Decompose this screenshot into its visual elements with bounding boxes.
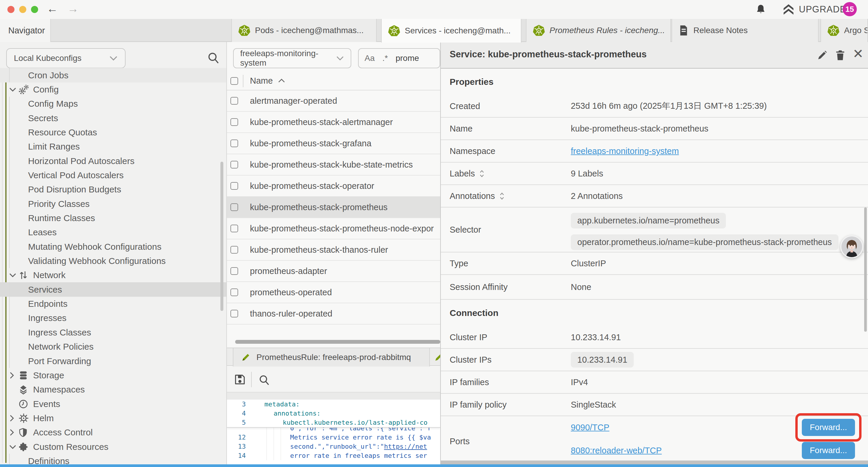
chevron-down-icon[interactable] <box>9 444 17 450</box>
back-arrow-icon[interactable]: ← <box>47 2 58 15</box>
chevron-down-icon[interactable] <box>9 272 17 278</box>
detail-value: ClusterIP <box>571 259 606 268</box>
sidebar-item-helm[interactable]: Helm <box>0 411 226 425</box>
sidebar-item-mutating-webhook-configurations[interactable]: Mutating Webhook Configurations <box>0 239 226 254</box>
horizontal-scrollbar[interactable] <box>235 340 440 344</box>
table-row[interactable]: kube-prometheus-stack-operator <box>227 176 440 197</box>
tab-services-icecheng-math[interactable]: Services - icecheng@math...✕ <box>381 19 522 42</box>
window-maximize-button[interactable] <box>31 6 38 13</box>
sidebar-item-custom-resources[interactable]: Custom Resources <box>0 439 226 454</box>
yaml-editor[interactable]: 3metadata:4annotations:5kubectl.kubernet… <box>227 400 440 465</box>
port-link[interactable]: 8080:reloader-web/TCP <box>571 446 662 456</box>
row-checkbox[interactable] <box>230 97 238 105</box>
namespace-link[interactable]: freeleaps-monitoring-system <box>571 146 679 156</box>
edit-pencil-icon[interactable] <box>816 50 828 61</box>
bell-icon[interactable] <box>755 4 766 16</box>
notification-count-badge[interactable]: 15 <box>843 2 857 16</box>
regex-toggle[interactable]: .* <box>382 54 388 63</box>
sidebar-item-horizontal-pod-autoscalers[interactable]: Horizontal Pod Autoscalers <box>0 154 226 168</box>
table-row[interactable]: kube-prometheus-stack-kube-state-metrics <box>227 154 440 176</box>
sidebar-item-events[interactable]: Events <box>0 397 226 411</box>
sidebar-item-leases[interactable]: Leases <box>0 225 226 240</box>
tab-prometheus-rules-icecheng[interactable]: Prometheus Rules - icecheng... <box>526 19 671 42</box>
window-minimize-button[interactable] <box>19 6 26 13</box>
close-icon[interactable]: ✕ <box>852 46 864 61</box>
sidebar-item-config[interactable]: Config <box>0 82 226 97</box>
search-icon[interactable] <box>258 374 270 386</box>
table-row[interactable]: kube-prometheus-stack-alertmanager <box>227 112 440 133</box>
sidebar-item-services[interactable]: Services <box>0 282 226 297</box>
close-icon[interactable]: ✕ <box>521 25 522 37</box>
window-close-button[interactable] <box>7 6 14 13</box>
tab-release-notes[interactable]: Release Notes <box>672 19 819 42</box>
name-column-header[interactable]: Name <box>250 76 273 86</box>
sidebar-item-namespaces[interactable]: Namespaces <box>0 382 226 397</box>
row-checkbox[interactable] <box>230 267 238 275</box>
row-checkbox[interactable] <box>230 289 238 296</box>
sidebar-item-ingresses[interactable]: Ingresses <box>0 311 226 325</box>
sidebar-item-priority-classes[interactable]: Priority Classes <box>0 197 226 211</box>
chevron-right-icon[interactable] <box>9 414 15 422</box>
chevron-down-icon[interactable] <box>9 87 17 92</box>
upgrade-button[interactable]: UPGRADE <box>782 3 846 16</box>
sort-updown-icon[interactable] <box>498 192 505 200</box>
namespace-filter-dropdown[interactable]: freeleaps-monitoring-system <box>233 48 351 68</box>
tab-pods-icecheng-mathmas[interactable]: Pods - icecheng@mathmas... <box>231 19 377 42</box>
row-checkbox[interactable] <box>230 161 238 169</box>
sidebar-item-cron-jobs[interactable]: Cron Jobs <box>0 68 226 83</box>
row-checkbox[interactable] <box>230 140 238 147</box>
sort-ascending-icon[interactable] <box>278 78 285 83</box>
trash-icon[interactable] <box>835 49 845 61</box>
row-checkbox[interactable] <box>230 182 238 190</box>
detail-scrollbar[interactable] <box>864 207 867 332</box>
prometheusrule-editor-tab[interactable]: PrometheusRule: freeleaps-prod-rabbitmq <box>233 348 430 367</box>
sidebar-item-network[interactable]: Network <box>0 268 226 283</box>
table-row[interactable]: thanos-ruler-operated <box>227 303 440 324</box>
sidebar-scrollbar[interactable] <box>220 162 223 311</box>
name-search-input[interactable]: Aa .* prome <box>358 48 440 68</box>
sidebar-item-resource-quotas[interactable]: Resource Quotas <box>0 125 226 140</box>
runbook-url-link[interactable]: https://net <box>384 443 427 450</box>
chevron-right-icon[interactable] <box>9 429 15 436</box>
table-row[interactable]: prometheus-operated <box>227 282 440 303</box>
detail-horizontal-scrollbar[interactable] <box>441 461 868 465</box>
table-row[interactable]: alertmanager-operated <box>227 90 440 112</box>
forward-arrow-icon[interactable]: → <box>67 2 79 15</box>
sidebar-item-endpoints[interactable]: Endpoints <box>0 297 226 311</box>
row-checkbox[interactable] <box>230 310 238 317</box>
sidebar-item-limit-ranges[interactable]: Limit Ranges <box>0 140 226 154</box>
row-checkbox[interactable] <box>230 118 238 126</box>
sidebar-item-pod-disruption-budgets[interactable]: Pod Disruption Budgets <box>0 182 226 197</box>
sidebar-item-vertical-pod-autoscalers[interactable]: Vertical Pod Autoscalers <box>0 168 226 182</box>
row-checkbox[interactable] <box>230 203 238 211</box>
sidebar-item-ingress-classes[interactable]: Ingress Classes <box>0 325 226 340</box>
chevron-right-icon[interactable] <box>9 372 15 379</box>
sort-updown-icon[interactable] <box>478 169 486 178</box>
save-icon[interactable] <box>234 373 246 386</box>
sidebar-item-network-policies[interactable]: Network Policies <box>0 340 226 354</box>
row-checkbox[interactable] <box>230 225 238 232</box>
select-all-checkbox[interactable] <box>230 77 238 85</box>
detail-label: Selector <box>450 225 481 235</box>
sidebar-item-secrets[interactable]: Secrets <box>0 111 226 125</box>
sidebar-item-port-forwarding[interactable]: Port Forwarding <box>0 354 226 368</box>
forward-button[interactable]: Forward... <box>802 442 855 459</box>
sidebar-item-config-maps[interactable]: Config Maps <box>0 97 226 111</box>
table-row[interactable]: kube-prometheus-stack-grafana <box>227 133 440 154</box>
row-checkbox[interactable] <box>230 246 238 254</box>
sidebar-item-access-control[interactable]: Access Control <box>0 425 226 440</box>
table-row[interactable]: prometheus-adapter <box>227 261 440 282</box>
port-link[interactable]: 9090/TCP <box>571 423 610 432</box>
sidebar-item-storage[interactable]: Storage <box>0 368 226 382</box>
table-row[interactable]: kube-prometheus-stack-thanos-ruler <box>227 239 440 261</box>
tab-argo-se[interactable]: Argo Se <box>820 19 868 42</box>
avatar[interactable] <box>840 235 863 258</box>
detail-row-cluster-ip: Cluster IP10.233.14.91 <box>441 326 868 349</box>
match-case-toggle[interactable]: Aa <box>365 54 375 63</box>
navigator-panel-tab[interactable]: Navigator <box>0 19 51 42</box>
table-row[interactable]: kube-prometheus-stack-prometheus-node-ex… <box>227 218 440 239</box>
table-row[interactable]: kube-prometheus-stack-prometheus <box>227 197 440 218</box>
second-editor-tab[interactable] <box>430 348 440 367</box>
sidebar-item-validating-webhook-configurations[interactable]: Validating Webhook Configurations <box>0 254 226 268</box>
sidebar-item-runtime-classes[interactable]: Runtime Classes <box>0 211 226 226</box>
